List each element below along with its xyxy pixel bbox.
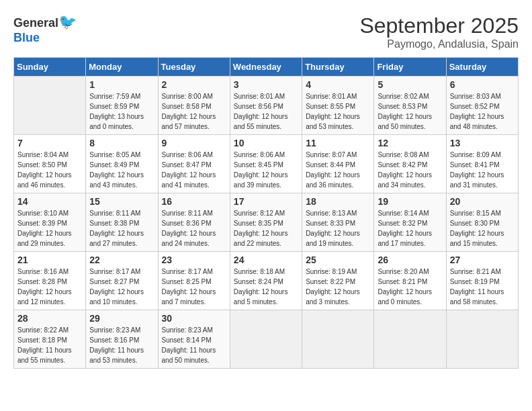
calendar-cell: 17Sunrise: 8:12 AM Sunset: 8:35 PM Dayli… (230, 193, 302, 252)
location-title: Paymogo, Andalusia, Spain (359, 38, 519, 50)
column-header-wednesday: Wednesday (230, 58, 302, 77)
month-title: September 2025 (359, 13, 519, 38)
day-number: 18 (306, 196, 370, 207)
calendar-cell: 27Sunrise: 8:21 AM Sunset: 8:19 PM Dayli… (446, 252, 518, 310)
calendar-cell: 6Sunrise: 8:03 AM Sunset: 8:52 PM Daylig… (446, 77, 518, 135)
calendar-cell: 15Sunrise: 8:11 AM Sunset: 8:38 PM Dayli… (86, 193, 158, 252)
day-info: Sunrise: 8:13 AM Sunset: 8:33 PM Dayligh… (306, 208, 370, 248)
day-info: Sunrise: 8:21 AM Sunset: 8:19 PM Dayligh… (450, 267, 515, 307)
day-number: 17 (234, 196, 298, 207)
day-number: 30 (162, 313, 226, 324)
day-number: 22 (89, 255, 154, 265)
calendar-cell (230, 310, 302, 369)
calendar-cell (374, 310, 446, 369)
calendar-cell: 12Sunrise: 8:08 AM Sunset: 8:42 PM Dayli… (374, 135, 446, 193)
day-number: 12 (378, 138, 442, 148)
day-number: 5 (378, 79, 442, 90)
day-number: 21 (17, 255, 82, 265)
day-number: 28 (17, 313, 82, 324)
calendar-cell (14, 77, 86, 135)
day-info: Sunrise: 8:22 AM Sunset: 8:18 PM Dayligh… (17, 325, 82, 365)
column-header-thursday: Thursday (302, 58, 374, 77)
day-number: 27 (450, 255, 515, 265)
column-header-monday: Monday (86, 58, 158, 77)
calendar-cell: 7Sunrise: 8:04 AM Sunset: 8:50 PM Daylig… (14, 135, 86, 193)
day-number: 7 (17, 138, 82, 148)
calendar-cell: 26Sunrise: 8:20 AM Sunset: 8:21 PM Dayli… (374, 252, 446, 310)
calendar-cell: 25Sunrise: 8:19 AM Sunset: 8:22 PM Dayli… (302, 252, 374, 310)
calendar-header-row: SundayMondayTuesdayWednesdayThursdayFrid… (14, 58, 519, 77)
column-header-tuesday: Tuesday (158, 58, 230, 77)
column-header-saturday: Saturday (446, 58, 518, 77)
title-block: September 2025 Paymogo, Andalusia, Spain (359, 13, 519, 50)
calendar-week-row: 7Sunrise: 8:04 AM Sunset: 8:50 PM Daylig… (14, 135, 519, 193)
calendar-cell: 4Sunrise: 8:01 AM Sunset: 8:55 PM Daylig… (302, 77, 374, 135)
logo-general: General (13, 16, 58, 30)
calendar-cell (302, 310, 374, 369)
day-info: Sunrise: 8:01 AM Sunset: 8:56 PM Dayligh… (234, 91, 298, 132)
day-info: Sunrise: 8:06 AM Sunset: 8:45 PM Dayligh… (234, 150, 298, 190)
day-number: 23 (162, 255, 226, 265)
day-number: 24 (234, 255, 298, 265)
day-info: Sunrise: 8:20 AM Sunset: 8:21 PM Dayligh… (378, 267, 442, 307)
day-number: 16 (162, 196, 226, 207)
column-header-sunday: Sunday (14, 58, 86, 77)
day-info: Sunrise: 8:17 AM Sunset: 8:27 PM Dayligh… (89, 267, 154, 307)
day-number: 14 (17, 196, 82, 207)
day-number: 13 (450, 138, 515, 148)
calendar-cell: 9Sunrise: 8:06 AM Sunset: 8:47 PM Daylig… (158, 135, 230, 193)
day-number: 8 (89, 138, 154, 148)
calendar-week-row: 1Sunrise: 7:59 AM Sunset: 8:59 PM Daylig… (14, 77, 519, 135)
day-info: Sunrise: 8:11 AM Sunset: 8:38 PM Dayligh… (89, 208, 154, 248)
day-info: Sunrise: 8:03 AM Sunset: 8:52 PM Dayligh… (450, 91, 515, 132)
day-number: 3 (234, 79, 298, 90)
calendar-cell: 28Sunrise: 8:22 AM Sunset: 8:18 PM Dayli… (14, 310, 86, 369)
day-info: Sunrise: 8:23 AM Sunset: 8:16 PM Dayligh… (89, 325, 154, 365)
calendar-cell: 16Sunrise: 8:11 AM Sunset: 8:36 PM Dayli… (158, 193, 230, 252)
day-number: 29 (89, 313, 154, 324)
calendar-cell: 30Sunrise: 8:23 AM Sunset: 8:14 PM Dayli… (158, 310, 230, 369)
calendar-cell: 1Sunrise: 7:59 AM Sunset: 8:59 PM Daylig… (86, 77, 158, 135)
day-number: 26 (378, 255, 442, 265)
day-info: Sunrise: 8:08 AM Sunset: 8:42 PM Dayligh… (378, 150, 442, 190)
day-number: 15 (89, 196, 154, 207)
day-number: 6 (450, 79, 515, 90)
logo-bird-icon: 🐦 (58, 13, 77, 30)
day-info: Sunrise: 8:05 AM Sunset: 8:49 PM Dayligh… (89, 150, 154, 190)
day-number: 2 (162, 79, 226, 90)
day-number: 4 (306, 79, 370, 90)
day-number: 20 (450, 196, 515, 207)
calendar-cell: 24Sunrise: 8:18 AM Sunset: 8:24 PM Dayli… (230, 252, 302, 310)
day-info: Sunrise: 8:06 AM Sunset: 8:47 PM Dayligh… (162, 150, 226, 190)
day-info: Sunrise: 8:12 AM Sunset: 8:35 PM Dayligh… (234, 208, 298, 248)
day-info: Sunrise: 8:23 AM Sunset: 8:14 PM Dayligh… (162, 325, 226, 365)
calendar-cell (446, 310, 518, 369)
day-info: Sunrise: 8:14 AM Sunset: 8:32 PM Dayligh… (378, 208, 442, 248)
column-header-friday: Friday (374, 58, 446, 77)
day-info: Sunrise: 8:07 AM Sunset: 8:44 PM Dayligh… (306, 150, 370, 190)
day-info: Sunrise: 7:59 AM Sunset: 8:59 PM Dayligh… (89, 91, 154, 132)
calendar-cell: 11Sunrise: 8:07 AM Sunset: 8:44 PM Dayli… (302, 135, 374, 193)
calendar-cell: 19Sunrise: 8:14 AM Sunset: 8:32 PM Dayli… (374, 193, 446, 252)
day-info: Sunrise: 8:11 AM Sunset: 8:36 PM Dayligh… (162, 208, 226, 248)
day-info: Sunrise: 8:15 AM Sunset: 8:30 PM Dayligh… (450, 208, 515, 248)
day-info: Sunrise: 8:04 AM Sunset: 8:50 PM Dayligh… (17, 150, 82, 190)
calendar-cell: 2Sunrise: 8:00 AM Sunset: 8:58 PM Daylig… (158, 77, 230, 135)
calendar-cell: 8Sunrise: 8:05 AM Sunset: 8:49 PM Daylig… (86, 135, 158, 193)
page-header: General🐦 Blue September 2025 Paymogo, An… (13, 13, 519, 50)
calendar-cell: 10Sunrise: 8:06 AM Sunset: 8:45 PM Dayli… (230, 135, 302, 193)
day-info: Sunrise: 8:19 AM Sunset: 8:22 PM Dayligh… (306, 267, 370, 307)
day-info: Sunrise: 8:10 AM Sunset: 8:39 PM Dayligh… (17, 208, 82, 248)
calendar-cell: 3Sunrise: 8:01 AM Sunset: 8:56 PM Daylig… (230, 77, 302, 135)
calendar-cell: 13Sunrise: 8:09 AM Sunset: 8:41 PM Dayli… (446, 135, 518, 193)
calendar-cell: 5Sunrise: 8:02 AM Sunset: 8:53 PM Daylig… (374, 77, 446, 135)
calendar-cell: 14Sunrise: 8:10 AM Sunset: 8:39 PM Dayli… (14, 193, 86, 252)
day-number: 9 (162, 138, 226, 148)
logo-blue: Blue (13, 31, 40, 44)
day-number: 25 (306, 255, 370, 265)
calendar-week-row: 21Sunrise: 8:16 AM Sunset: 8:28 PM Dayli… (14, 252, 519, 310)
day-info: Sunrise: 8:09 AM Sunset: 8:41 PM Dayligh… (450, 150, 515, 190)
day-info: Sunrise: 8:18 AM Sunset: 8:24 PM Dayligh… (234, 267, 298, 307)
day-info: Sunrise: 8:00 AM Sunset: 8:58 PM Dayligh… (162, 91, 226, 132)
day-number: 1 (89, 79, 154, 90)
